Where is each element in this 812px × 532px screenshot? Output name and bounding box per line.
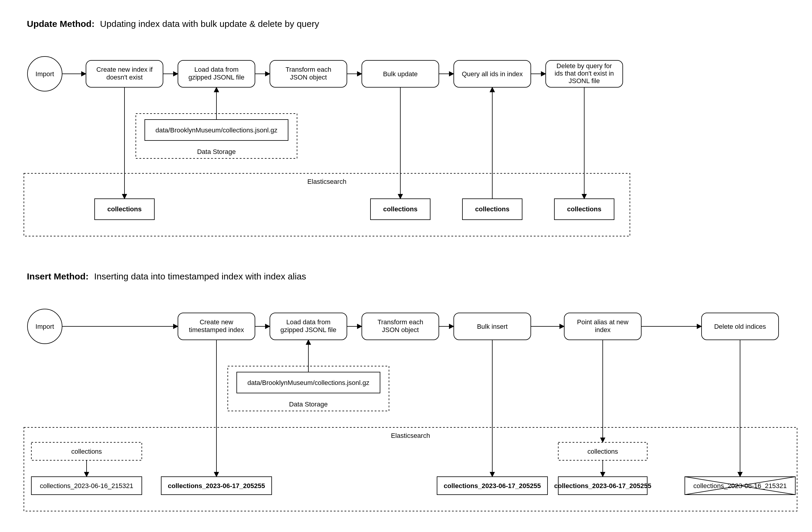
alias-collections-label: collections: [71, 448, 102, 455]
svg-text:timestamped index: timestamped index: [189, 326, 244, 334]
deleted-index-node: collections_2023-06-16_215321: [685, 477, 795, 495]
index-old-label: collections_2023-06-16_215321: [693, 482, 787, 490]
insert-data-storage-group: data/BrooklynMuseum/collections.jsonl.gz…: [228, 366, 389, 411]
svg-text:Bulk insert: Bulk insert: [477, 323, 508, 330]
diagram-root: Update Method: Updating index data with …: [0, 0, 812, 532]
collections-label: collections: [475, 205, 510, 213]
update-data-storage-group: data/BrooklynMuseum/collections.jsonl.gz…: [136, 114, 297, 158]
insert-import-node: Import: [27, 309, 62, 344]
index-new-label: collections_2023-06-17_205255: [554, 482, 651, 490]
svg-text:JSON object: JSON object: [382, 326, 419, 334]
index-new-label: collections_2023-06-17_205255: [444, 482, 541, 490]
svg-text:Load data from: Load data from: [194, 66, 238, 73]
data-file-label: data/BrooklynMuseum/collections.jsonl.gz: [156, 126, 277, 134]
collections-label: collections: [383, 205, 418, 213]
insert-point-alias-node: Point alias at new index: [564, 313, 641, 340]
data-storage-label: Data Storage: [197, 148, 236, 155]
index-new-label: collections_2023-06-17_205255: [168, 482, 265, 490]
import-label: Import: [35, 70, 54, 78]
insert-title: Insert Method: Inserting data into times…: [27, 271, 306, 281]
update-load-data-node: Load data from gzipped JSONL file: [178, 60, 255, 87]
update-query-ids-node: Query all ids in index: [454, 60, 531, 87]
svg-text:Delete old indices: Delete old indices: [714, 323, 766, 330]
elasticsearch-label: Elasticsearch: [391, 432, 430, 439]
svg-text:Transform each: Transform each: [285, 66, 331, 73]
svg-text:ids that don't exist in: ids that don't exist in: [555, 70, 614, 77]
insert-delete-old-node: Delete old indices: [701, 313, 779, 340]
data-file-label: data/BrooklynMuseum/collections.jsonl.gz: [247, 379, 369, 387]
collections-label: collections: [107, 205, 142, 213]
alias-collections-label: collections: [588, 448, 618, 455]
svg-text:Delete by query for: Delete by query for: [556, 62, 612, 70]
svg-text:Bulk update: Bulk update: [383, 70, 418, 78]
insert-load-data-node: Load data from gzipped JSONL file: [270, 313, 347, 340]
svg-text:Point alias at new: Point alias at new: [577, 318, 629, 326]
index-old-label: collections_2023-06-16_215321: [40, 482, 133, 490]
update-delete-node: Delete by query for ids that don't exist…: [546, 60, 623, 87]
insert-bulk-node: Bulk insert: [454, 313, 531, 340]
data-storage-label: Data Storage: [289, 401, 328, 408]
update-transform-node: Transform each JSON object: [270, 60, 347, 87]
insert-create-index-node: Create new timestamped index: [178, 313, 255, 340]
insert-elasticsearch-group: Elasticsearch collections collections_20…: [24, 428, 797, 511]
svg-text:Create new index if: Create new index if: [97, 66, 153, 73]
svg-text:Load data from: Load data from: [286, 318, 331, 326]
svg-text:JSON object: JSON object: [290, 73, 327, 81]
svg-text:gzipped JSONL file: gzipped JSONL file: [188, 73, 245, 81]
collections-label: collections: [567, 205, 601, 213]
svg-text:Transform each: Transform each: [377, 318, 423, 326]
insert-transform-node: Transform each JSON object: [362, 313, 439, 340]
svg-text:gzipped JSONL file: gzipped JSONL file: [280, 326, 336, 334]
svg-rect-44: [24, 428, 797, 511]
svg-text:Create new: Create new: [200, 318, 233, 326]
update-elasticsearch-group: Elasticsearch collections collections co…: [24, 173, 630, 236]
update-import-node: Import: [27, 56, 62, 91]
elasticsearch-label: Elasticsearch: [307, 178, 347, 185]
update-title: Update Method: Updating index data with …: [27, 19, 319, 29]
svg-text:doesn't exist: doesn't exist: [106, 73, 143, 81]
svg-text:Query all ids in index: Query all ids in index: [462, 70, 523, 78]
update-bulk-node: Bulk update: [362, 60, 439, 87]
svg-text:JSONL file: JSONL file: [569, 77, 600, 85]
svg-text:index: index: [595, 326, 611, 334]
update-create-index-node: Create new index if doesn't exist: [86, 60, 163, 87]
import-label: Import: [35, 323, 54, 330]
